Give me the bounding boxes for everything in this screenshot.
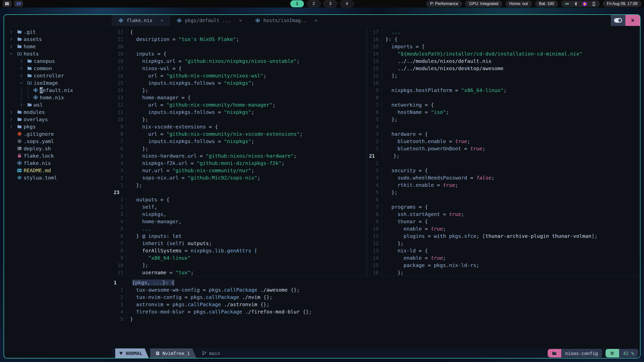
code-line[interactable]: 6 };: [112, 145, 367, 152]
editor-pane-iso-default-nix[interactable]: 17 ...16}: {15 imports = [14 "${modulesP…: [367, 26, 640, 276]
code-line[interactable]: 15 package = pkgs.nix-ld-rs;: [367, 261, 640, 269]
tree-item-stylua-toml[interactable]: stylua.toml: [4, 174, 112, 181]
code-line[interactable]: 4 firefox-mod-blur = pkgs.callPackage ./…: [112, 308, 640, 315]
code-line[interactable]: 1 };: [112, 181, 367, 189]
tree-item-controller[interactable]: controller: [4, 72, 112, 79]
code-line[interactable]: 12 ../../modules/nixos/desktop/awesome: [367, 65, 640, 72]
code-line[interactable]: 6: [367, 196, 640, 203]
code-line[interactable]: 8 forAllSystems = nixpkgs.lib.genAttrs [: [112, 247, 367, 254]
code-line[interactable]: 1 bluetooth.powerOnBoot = true;: [367, 145, 640, 152]
code-line[interactable]: 10 };: [112, 116, 367, 123]
editor-pane-pkgs-default-nix[interactable]: 1{pkgs, ...}: {1 tux-awesome-wm-config =…: [112, 276, 640, 348]
code-line[interactable]: 5 nixos-hardware.url = "github:nixos/nix…: [112, 152, 367, 159]
tree-item-readme-md[interactable]: README.md: [4, 167, 112, 174]
code-line[interactable]: 1 tux-awesome-wm-config = pkgs.callPacka…: [112, 286, 640, 293]
tree-item-overlays[interactable]: overlays: [4, 116, 112, 123]
code-line[interactable]: 4 nixpkgs-f2k.url = "github:moni-dz/nixp…: [112, 159, 367, 167]
phone-icon[interactable]: [591, 2, 596, 6]
tree-item-common[interactable]: common: [4, 65, 112, 72]
tree-item-assets[interactable]: assets: [4, 35, 112, 43]
tree-item-isoimage[interactable]: isoImage: [4, 79, 112, 86]
tree-item--gitignore[interactable]: .gitignore: [4, 130, 112, 138]
workspace-button-1[interactable]: 1: [290, 0, 304, 7]
code-line[interactable]: 7 programs = {: [367, 203, 640, 210]
apps-launcher-button[interactable]: [3, 1, 12, 7]
workspace-button-4[interactable]: 4: [340, 0, 354, 7]
code-line[interactable]: 5 };: [367, 116, 640, 123]
code-line[interactable]: 9 "x86_64-linux": [112, 254, 367, 261]
code-line[interactable]: 11 username = "tux";: [112, 269, 367, 276]
workspace-button-2[interactable]: 2: [307, 0, 320, 7]
tab-hosts-isoimag-[interactable]: hosts/isoImag..×: [249, 15, 324, 26]
code-line[interactable]: 1: [367, 159, 640, 167]
code-line[interactable]: 8: [367, 94, 640, 101]
tab-close-icon[interactable]: ×: [160, 17, 164, 23]
tree-item--sops-yaml[interactable]: .sops.yaml: [4, 138, 112, 145]
code-line[interactable]: 14 enable = true;: [367, 254, 640, 261]
code-line[interactable]: 10 ];: [112, 261, 367, 269]
code-line[interactable]: 11 ];: [367, 72, 640, 79]
code-line[interactable]: 3 sudo.wheelNeedsPassword = false;: [367, 174, 640, 181]
code-line[interactable]: 16}: {: [367, 35, 640, 43]
code-line[interactable]: 13 ../../modules/nixos/default.nix: [367, 57, 640, 65]
tab-pkgs-default-[interactable]: pkgs/default ...×: [170, 15, 249, 26]
code-line[interactable]: 6 hostName = "iso";: [367, 108, 640, 116]
tree-item-home-nix[interactable]: │└home.nix: [4, 94, 112, 101]
code-line[interactable]: 12 };: [367, 240, 640, 247]
code-line[interactable]: 7 inherit (self) outputs;: [112, 240, 367, 247]
tree-item-flake-lock[interactable]: flake.lock: [4, 152, 112, 159]
tab-close-icon[interactable]: ×: [239, 17, 242, 23]
code-line[interactable]: 21 };: [367, 152, 640, 159]
code-line[interactable]: 5 ...: [112, 225, 367, 232]
tree-item-pkgs[interactable]: pkgs: [4, 123, 112, 130]
tab-flake-nix[interactable]: flake.nix×: [112, 15, 170, 26]
tree-item-home[interactable]: home: [4, 43, 112, 50]
close-button[interactable]: ×: [625, 15, 640, 26]
code-line[interactable]: 2 self,: [112, 203, 367, 210]
code-line[interactable]: 3 hardware = {: [367, 130, 640, 138]
code-line[interactable]: 16 };: [367, 269, 640, 276]
code-line[interactable]: 1 outputs = {: [112, 196, 367, 203]
code-line[interactable]: 4 rtkit.enable = true;: [367, 181, 640, 189]
code-line[interactable]: 13 nix-ld = {: [367, 247, 640, 254]
code-line[interactable]: 7 networking = {: [367, 101, 640, 108]
code-line[interactable]: 8 url = "github:nix-community/nix-vscode…: [112, 130, 367, 138]
code-line[interactable]: 4: [367, 123, 640, 130]
code-line[interactable]: 21 description = "tux's NixOS Flake";: [112, 35, 367, 43]
code-line[interactable]: 15 imports = [: [367, 43, 640, 50]
code-line[interactable]: 2 sops-nix.url = "github:Mic92/sops-nix"…: [112, 174, 367, 181]
code-line[interactable]: 3 nur.url = "github:nix-community/nur";: [112, 167, 367, 174]
code-line[interactable]: 15 inputs.nixpkgs.follows = "nixpkgs";: [112, 79, 367, 86]
code-line[interactable]: 7 inputs.nixpkgs.follows = "nixpkgs";: [112, 138, 367, 145]
workspace-button-3[interactable]: 3: [324, 0, 337, 7]
code-line[interactable]: 12 url = "github:nix-community/home-mana…: [112, 101, 367, 108]
code-line[interactable]: 10: [367, 79, 640, 86]
tree-item-hosts[interactable]: hosts: [4, 50, 112, 57]
code-line[interactable]: 20: [112, 43, 367, 50]
code-line[interactable]: 1{pkgs, ...}: {: [112, 279, 640, 286]
tree-item-modules[interactable]: modules: [4, 108, 112, 116]
code-line[interactable]: 9 thunar = {: [367, 218, 640, 225]
editor-pane-flake-nix[interactable]: 22{21 description = "tux's NixOS Flake";…: [112, 26, 367, 276]
code-line[interactable]: 14 };: [112, 86, 367, 94]
tree-item--git[interactable]: .git: [4, 28, 112, 35]
tree-item-wsl[interactable]: wsl: [4, 101, 112, 108]
code-line[interactable]: 5}: [112, 315, 640, 323]
code-line[interactable]: 8 ssh.startAgent = true;: [367, 210, 640, 218]
code-line[interactable]: 3 astronvim = pkgs.callPackage ./astronv…: [112, 301, 640, 308]
tab-close-icon[interactable]: ×: [315, 17, 318, 23]
flame-icon[interactable]: [582, 1, 587, 7]
tree-item-deploy-sh[interactable]: deploy.sh: [4, 145, 112, 152]
code-line[interactable]: 2 bluetooth.enable = true;: [367, 138, 640, 145]
code-line[interactable]: 10 enable = true;: [367, 225, 640, 232]
toggle-button[interactable]: [611, 15, 625, 26]
terminal-launcher-button[interactable]: $N: [14, 1, 23, 7]
tree-item-default-nix[interactable]: ││default.nix: [4, 86, 112, 94]
code-line[interactable]: 11 plugins = with pkgs.xfce; [thunar-arc…: [367, 232, 640, 240]
code-line[interactable]: 14 "${modulesPath}/installer/cd-dvd/inst…: [367, 50, 640, 57]
code-line[interactable]: 11 inputs.nixpkgs.follows = "nixpkgs";: [112, 108, 367, 116]
code-line[interactable]: 2 security = {: [367, 167, 640, 174]
code-line[interactable]: 9 nix-vscode-extensions = {: [112, 123, 367, 130]
code-line[interactable]: 6 } @ inputs: let: [112, 232, 367, 240]
code-line[interactable]: 5 };: [367, 189, 640, 196]
